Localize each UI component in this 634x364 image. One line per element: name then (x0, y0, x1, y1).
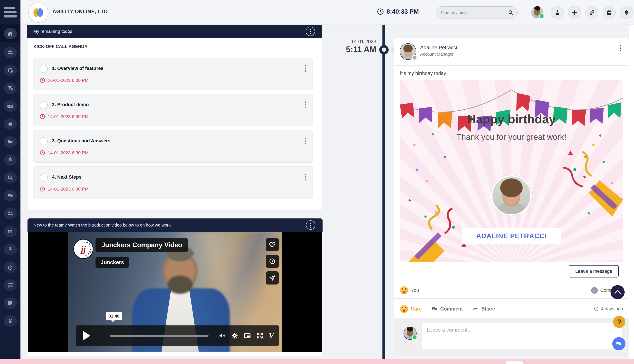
share-video-button[interactable] (266, 271, 279, 284)
todo-checkbox[interactable] (40, 65, 48, 73)
video-overlay-actions (266, 238, 279, 284)
like-video-button[interactable] (266, 238, 279, 251)
chat-bubbles-icon (616, 340, 622, 347)
leave-message-button[interactable]: Leave a message (569, 265, 619, 278)
todo-label: 3. Questions and Answers (52, 138, 110, 144)
todo-menu-icon[interactable] (305, 138, 306, 144)
sidebar-item-cards[interactable] (0, 115, 20, 133)
sidebar-item-notes[interactable] (0, 294, 20, 312)
due-clock-icon (40, 186, 45, 192)
todo-menu-icon[interactable] (305, 65, 306, 72)
todo-item: 1. Overview of features 16-01-2023 6:00 … (34, 58, 313, 90)
company-logo[interactable] (28, 2, 48, 22)
online-status-dot (412, 334, 417, 340)
sidebar-item-team[interactable] (0, 204, 20, 222)
links-button[interactable] (586, 6, 598, 19)
vimeo-logo[interactable]: V (269, 332, 274, 340)
care-emoji-icon (400, 286, 408, 294)
todo-menu-icon[interactable] (305, 102, 306, 108)
post-author-name[interactable]: Adaline Petracci (420, 44, 457, 50)
todo-item: 4. Next Steps 14-01-2023 6:30 PM (34, 166, 313, 199)
post-menu-icon[interactable] (620, 45, 621, 51)
medal-icon: ★ (4, 315, 17, 327)
todo-menu-icon[interactable] (305, 174, 306, 180)
users-group-icon (4, 47, 17, 58)
sidebar-item-search[interactable] (0, 169, 20, 187)
todo-checkbox[interactable] (40, 101, 48, 109)
care-button[interactable]: Care (400, 305, 422, 313)
calendar-button[interactable] (603, 6, 616, 19)
todos-widget-title: My remaining todos (33, 29, 72, 34)
comments-count-badge: 0 (591, 287, 598, 294)
video-byline-overlay[interactable]: Junckers (96, 257, 129, 268)
post-divider (394, 66, 629, 66)
sidebar-item-launch[interactable] (0, 151, 20, 169)
reactions-summary-row: You 0 Comments (400, 285, 623, 295)
todo-checkbox[interactable] (40, 174, 48, 182)
sidebar-item-tasks[interactable]: 123 (0, 276, 20, 294)
money-check-icon: $ (4, 100, 17, 112)
settings-button[interactable] (231, 332, 238, 339)
timeline-date: 14-01-2023 (320, 39, 376, 44)
sidebar-item-achievements[interactable]: ★ (0, 312, 20, 330)
user-friends-icon (4, 208, 17, 219)
video-title-overlay[interactable]: Junckers Company Video (96, 238, 188, 252)
watch-later-button[interactable] (266, 255, 279, 268)
headset-icon (4, 64, 17, 76)
sidebar-item-chat[interactable] (0, 187, 20, 204)
left-sidebar: $ $ (0, 0, 20, 359)
timeline-timestamp: 14-01-2023 5:11 AM (320, 39, 376, 54)
search-button[interactable] (504, 6, 518, 18)
sidebar-item-time-tracking[interactable] (0, 258, 20, 276)
top-header: AGILITY ONLINE, LTD 8:40:33 PM (0, 0, 634, 25)
pip-button[interactable] (244, 332, 251, 339)
sidebar-item-pinned[interactable] (0, 240, 20, 258)
video-player[interactable]: JUNCKERS jj Junckers Company Video Junck… (28, 232, 322, 352)
comment-input[interactable] (422, 323, 623, 350)
away-status-dot (412, 55, 417, 60)
todo-checkbox[interactable] (40, 137, 48, 145)
post-author-avatar[interactable] (400, 43, 416, 60)
rocket-icon (4, 154, 17, 166)
add-button[interactable] (568, 6, 581, 19)
fullscreen-button[interactable] (256, 332, 263, 339)
sidebar-item-support[interactable] (0, 62, 20, 79)
todos-widget-menu-icon[interactable] (306, 27, 315, 36)
company-name: AGILITY ONLINE, LTD (52, 8, 108, 14)
sidebar-item-sales-funnel[interactable]: $ (0, 79, 20, 97)
comment-icon (431, 306, 438, 312)
current-user-avatar[interactable] (531, 6, 544, 18)
share-icon (472, 306, 478, 312)
comment-button[interactable]: Comment (431, 306, 463, 312)
sidebar-item-payments[interactable]: $ (0, 97, 20, 115)
video-figure (168, 276, 193, 294)
sidebar-item-calendar[interactable] (0, 222, 20, 240)
todos-widget-body: KICK-OFF CALL AGENDA 1. Overview of feat… (27, 38, 322, 210)
play-button[interactable] (83, 331, 90, 340)
video-widget-menu-icon[interactable] (306, 220, 315, 230)
todo-due: 14-01-2023 6:30 PM (40, 150, 88, 156)
chat-launcher-button[interactable] (612, 337, 626, 350)
right-scrollbar-track[interactable] (629, 24, 634, 359)
sidebar-item-home[interactable] (0, 24, 20, 42)
clock-icon (594, 306, 599, 311)
video-progress-bar[interactable] (110, 335, 208, 337)
approvals-button[interactable] (551, 6, 564, 19)
post-text: It's my birthday today (400, 70, 446, 76)
your-reaction[interactable]: You (400, 286, 419, 294)
volume-button[interactable] (218, 332, 226, 339)
app-root: $ $ (0, 0, 634, 364)
share-button[interactable]: Share (472, 306, 495, 312)
help-button[interactable]: ? (613, 316, 625, 328)
todo-item: 2. Product demo 14-01-2023 6:30 PM (34, 94, 313, 126)
junckers-logo[interactable]: JUNCKERS jj (73, 239, 93, 259)
sidebar-item-employees[interactable] (0, 44, 20, 62)
search-input[interactable] (436, 10, 504, 15)
sidebar-item-documents[interactable] (0, 133, 20, 151)
video-controls-bar: 01:48 V (76, 326, 279, 346)
svg-text:$: $ (8, 105, 9, 108)
notifications-button[interactable] (620, 6, 633, 19)
hamburger-menu-icon[interactable] (4, 6, 17, 20)
current-time: 8:40:33 PM (386, 8, 419, 15)
scroll-to-top-button[interactable] (610, 285, 624, 299)
